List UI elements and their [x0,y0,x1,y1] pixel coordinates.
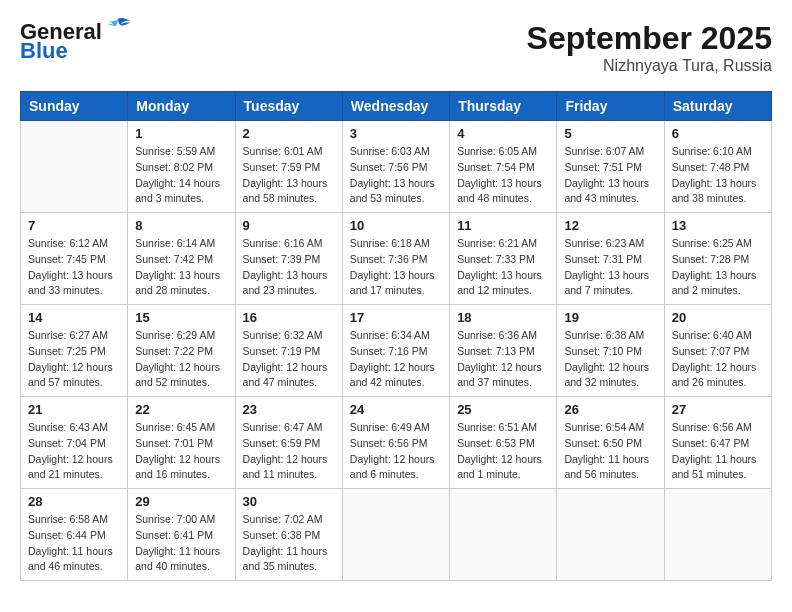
calendar-day-cell: 3Sunrise: 6:03 AMSunset: 7:56 PMDaylight… [342,121,449,213]
day-info: Sunrise: 6:34 AMSunset: 7:16 PMDaylight:… [350,328,442,391]
day-info: Sunrise: 6:51 AMSunset: 6:53 PMDaylight:… [457,420,549,483]
day-number: 5 [564,126,656,141]
day-number: 28 [28,494,120,509]
weekday-header: Wednesday [342,92,449,121]
day-number: 21 [28,402,120,417]
day-info: Sunrise: 6:29 AMSunset: 7:22 PMDaylight:… [135,328,227,391]
calendar-day-cell: 26Sunrise: 6:54 AMSunset: 6:50 PMDayligh… [557,397,664,489]
calendar-day-cell: 14Sunrise: 6:27 AMSunset: 7:25 PMDayligh… [21,305,128,397]
calendar-day-cell: 7Sunrise: 6:12 AMSunset: 7:45 PMDaylight… [21,213,128,305]
weekday-header: Saturday [664,92,771,121]
day-info: Sunrise: 6:16 AMSunset: 7:39 PMDaylight:… [243,236,335,299]
day-info: Sunrise: 6:38 AMSunset: 7:10 PMDaylight:… [564,328,656,391]
logo-blue: Blue [20,38,68,64]
calendar-day-cell: 13Sunrise: 6:25 AMSunset: 7:28 PMDayligh… [664,213,771,305]
calendar-day-cell: 9Sunrise: 6:16 AMSunset: 7:39 PMDaylight… [235,213,342,305]
calendar-day-cell: 24Sunrise: 6:49 AMSunset: 6:56 PMDayligh… [342,397,449,489]
day-number: 15 [135,310,227,325]
weekday-header: Tuesday [235,92,342,121]
month-title: September 2025 [527,20,772,57]
calendar-day-cell: 20Sunrise: 6:40 AMSunset: 7:07 PMDayligh… [664,305,771,397]
logo: General Blue [20,20,132,64]
calendar-header-row: SundayMondayTuesdayWednesdayThursdayFrid… [21,92,772,121]
calendar-day-cell [450,489,557,581]
day-info: Sunrise: 6:05 AMSunset: 7:54 PMDaylight:… [457,144,549,207]
calendar-table: SundayMondayTuesdayWednesdayThursdayFrid… [20,91,772,581]
calendar-day-cell: 15Sunrise: 6:29 AMSunset: 7:22 PMDayligh… [128,305,235,397]
day-info: Sunrise: 6:25 AMSunset: 7:28 PMDaylight:… [672,236,764,299]
day-number: 29 [135,494,227,509]
calendar-day-cell [664,489,771,581]
calendar-week-row: 21Sunrise: 6:43 AMSunset: 7:04 PMDayligh… [21,397,772,489]
calendar-day-cell: 6Sunrise: 6:10 AMSunset: 7:48 PMDaylight… [664,121,771,213]
day-number: 10 [350,218,442,233]
logo-bird-icon [104,17,132,39]
calendar-week-row: 1Sunrise: 5:59 AMSunset: 8:02 PMDaylight… [21,121,772,213]
day-info: Sunrise: 6:14 AMSunset: 7:42 PMDaylight:… [135,236,227,299]
day-number: 19 [564,310,656,325]
calendar-day-cell: 17Sunrise: 6:34 AMSunset: 7:16 PMDayligh… [342,305,449,397]
day-info: Sunrise: 6:32 AMSunset: 7:19 PMDaylight:… [243,328,335,391]
day-number: 30 [243,494,335,509]
day-info: Sunrise: 6:36 AMSunset: 7:13 PMDaylight:… [457,328,549,391]
calendar-day-cell: 18Sunrise: 6:36 AMSunset: 7:13 PMDayligh… [450,305,557,397]
weekday-header: Sunday [21,92,128,121]
day-number: 7 [28,218,120,233]
day-info: Sunrise: 5:59 AMSunset: 8:02 PMDaylight:… [135,144,227,207]
calendar-day-cell: 27Sunrise: 6:56 AMSunset: 6:47 PMDayligh… [664,397,771,489]
weekday-header: Thursday [450,92,557,121]
day-number: 3 [350,126,442,141]
title-block: September 2025 Nizhnyaya Tura, Russia [527,20,772,75]
calendar-day-cell: 11Sunrise: 6:21 AMSunset: 7:33 PMDayligh… [450,213,557,305]
calendar-day-cell: 22Sunrise: 6:45 AMSunset: 7:01 PMDayligh… [128,397,235,489]
calendar-week-row: 7Sunrise: 6:12 AMSunset: 7:45 PMDaylight… [21,213,772,305]
day-info: Sunrise: 6:58 AMSunset: 6:44 PMDaylight:… [28,512,120,575]
day-number: 12 [564,218,656,233]
day-number: 17 [350,310,442,325]
day-info: Sunrise: 6:01 AMSunset: 7:59 PMDaylight:… [243,144,335,207]
day-number: 20 [672,310,764,325]
calendar-day-cell: 1Sunrise: 5:59 AMSunset: 8:02 PMDaylight… [128,121,235,213]
calendar-week-row: 28Sunrise: 6:58 AMSunset: 6:44 PMDayligh… [21,489,772,581]
weekday-header: Monday [128,92,235,121]
day-number: 18 [457,310,549,325]
calendar-day-cell: 2Sunrise: 6:01 AMSunset: 7:59 PMDaylight… [235,121,342,213]
weekday-header: Friday [557,92,664,121]
day-number: 16 [243,310,335,325]
calendar-day-cell [342,489,449,581]
day-info: Sunrise: 6:07 AMSunset: 7:51 PMDaylight:… [564,144,656,207]
calendar-day-cell: 21Sunrise: 6:43 AMSunset: 7:04 PMDayligh… [21,397,128,489]
day-number: 27 [672,402,764,417]
day-number: 9 [243,218,335,233]
calendar-week-row: 14Sunrise: 6:27 AMSunset: 7:25 PMDayligh… [21,305,772,397]
calendar-day-cell: 25Sunrise: 6:51 AMSunset: 6:53 PMDayligh… [450,397,557,489]
day-number: 2 [243,126,335,141]
day-info: Sunrise: 6:47 AMSunset: 6:59 PMDaylight:… [243,420,335,483]
day-info: Sunrise: 6:43 AMSunset: 7:04 PMDaylight:… [28,420,120,483]
page-header: General Blue September 2025 Nizhnyaya Tu… [20,20,772,75]
calendar-day-cell: 5Sunrise: 6:07 AMSunset: 7:51 PMDaylight… [557,121,664,213]
day-info: Sunrise: 6:10 AMSunset: 7:48 PMDaylight:… [672,144,764,207]
calendar-day-cell: 4Sunrise: 6:05 AMSunset: 7:54 PMDaylight… [450,121,557,213]
day-number: 4 [457,126,549,141]
calendar-day-cell: 10Sunrise: 6:18 AMSunset: 7:36 PMDayligh… [342,213,449,305]
day-number: 13 [672,218,764,233]
calendar-day-cell: 29Sunrise: 7:00 AMSunset: 6:41 PMDayligh… [128,489,235,581]
day-info: Sunrise: 7:00 AMSunset: 6:41 PMDaylight:… [135,512,227,575]
calendar-day-cell [21,121,128,213]
day-number: 26 [564,402,656,417]
calendar-day-cell [557,489,664,581]
day-info: Sunrise: 6:27 AMSunset: 7:25 PMDaylight:… [28,328,120,391]
day-number: 24 [350,402,442,417]
calendar-day-cell: 23Sunrise: 6:47 AMSunset: 6:59 PMDayligh… [235,397,342,489]
calendar-day-cell: 28Sunrise: 6:58 AMSunset: 6:44 PMDayligh… [21,489,128,581]
day-number: 23 [243,402,335,417]
day-info: Sunrise: 7:02 AMSunset: 6:38 PMDaylight:… [243,512,335,575]
day-number: 14 [28,310,120,325]
day-number: 25 [457,402,549,417]
day-info: Sunrise: 6:54 AMSunset: 6:50 PMDaylight:… [564,420,656,483]
day-info: Sunrise: 6:12 AMSunset: 7:45 PMDaylight:… [28,236,120,299]
day-number: 22 [135,402,227,417]
day-info: Sunrise: 6:23 AMSunset: 7:31 PMDaylight:… [564,236,656,299]
day-info: Sunrise: 6:45 AMSunset: 7:01 PMDaylight:… [135,420,227,483]
